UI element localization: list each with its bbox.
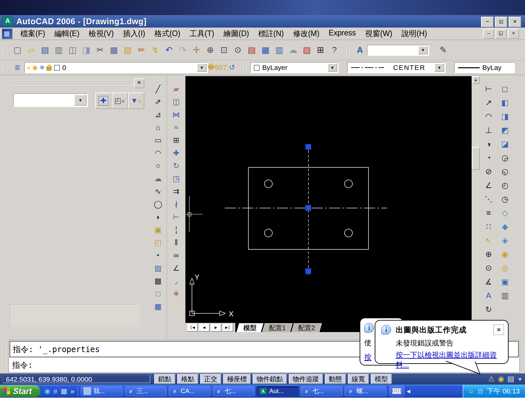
pan-icon[interactable]: ✛ [190,43,203,57]
3d-orbit-icon[interactable]: ◶ [498,152,512,164]
dim-jogged-icon[interactable]: ◔ [482,152,495,164]
lock-icon[interactable]: ◉ [498,375,504,383]
hatch-icon[interactable]: ▨ [152,262,164,274]
text-style-icon[interactable]: A [353,43,367,57]
ellipse-icon[interactable]: ◯ [152,198,164,210]
3d-view-2-icon[interactable]: ◨ [498,110,512,123]
break-icon[interactable]: ‖ [170,237,182,248]
task-ie-5[interactable]: 螺... [345,386,387,396]
dim-diameter-icon[interactable]: ⊘ [482,165,495,178]
scale-icon[interactable]: ◳ [170,173,182,184]
dim-text-edit-icon[interactable]: A [482,289,495,302]
dim-aligned-icon[interactable]: ↗ [482,96,495,109]
toolbar-grip[interactable] [484,77,494,81]
trim-icon[interactable]: ∤ [170,198,182,210]
tab-layout2[interactable]: 配置2 [291,323,322,332]
3d-box-view-icon[interactable]: ◧ [498,96,512,109]
chevron-down-icon[interactable]: ▼ [327,63,337,72]
status-toggle-button[interactable]: 極座標 [223,374,251,384]
polygon-icon[interactable]: ⌂ [152,121,164,133]
quick-select-button[interactable]: ▼↯ [128,93,144,109]
dim-baseline-icon[interactable]: ≡ [482,207,495,219]
toolbar-grip[interactable] [243,62,247,73]
chevron-down-icon[interactable]: ▼ [197,63,207,72]
command-prompt[interactable]: 指令: [10,360,32,370]
dim-linear-icon[interactable]: ⊢ [482,83,495,95]
dim-ordinate-icon[interactable]: ⊥ [482,124,495,136]
plot-notify-icon[interactable]: ⚠ [488,375,494,383]
lineweight-combo[interactable]: ByLay [454,62,515,73]
chevron-down-icon[interactable]: ▼ [418,46,428,54]
status-toggle-button[interactable]: 物件追蹤 [289,374,323,384]
3d-view-4-icon[interactable]: ◪ [498,138,512,150]
menu-item[interactable]: 視窗(W) [360,28,397,40]
sheet-set-manager-icon[interactable]: ▥ [272,43,286,57]
rotate-icon[interactable]: ↻ [170,160,182,172]
zoom-previous-icon[interactable]: ⊙ [231,43,245,57]
menu-item[interactable]: 工具(T) [185,28,219,40]
tray-network-icon[interactable]: ⊡ [478,388,483,395]
toolbar-grip[interactable] [153,77,164,81]
status-toggle-button[interactable]: 鎖點 [154,374,175,384]
polyline-icon[interactable]: ⊿ [152,109,164,120]
tray-user-icon[interactable]: ☺ [468,388,474,395]
center-mark-icon[interactable]: ⊙ [482,262,495,274]
mdi-restore-button[interactable]: ◱ [495,29,507,39]
rectangle-icon[interactable]: ▭ [152,134,164,146]
region-icon[interactable]: □ [152,288,164,300]
mdi-minimize-button[interactable]: – [483,29,494,39]
linetype-combo[interactable]: CENTER ▼ [347,62,446,73]
layer-lock-icon[interactable] [47,67,52,71]
status-toggle-button[interactable]: 物件鎖點 [253,374,287,384]
render-icon[interactable]: ▣ [498,276,512,288]
dim-radius-icon[interactable]: ◑ [482,138,495,150]
table-icon[interactable]: ▦ [152,301,164,312]
tab-nav-button[interactable]: ▶| [222,323,233,332]
layer-plot-icon[interactable]: ❋ [40,65,45,71]
mirror-icon[interactable]: ⋈ [170,109,182,120]
menu-item[interactable]: 修改(M) [288,28,324,40]
insert-block-icon[interactable]: ▣ [152,224,164,236]
close-button[interactable]: × [509,17,521,27]
designcenter-icon[interactable]: ▦ [259,43,272,57]
line-icon[interactable]: ╱ [152,83,164,95]
match-properties-icon[interactable]: ↯ [148,43,162,57]
task-ie-1[interactable]: 三... [125,386,167,396]
status-toggle-button[interactable]: 正交 [200,374,221,384]
palette-grab-bar[interactable] [9,80,135,86]
text-style-combo[interactable]: ▼ [367,45,429,56]
toolbar-grip[interactable] [4,44,8,57]
shade-hidden-icon[interactable]: ◈ [498,234,512,247]
quickcalc-icon[interactable]: ⊞ [314,43,327,57]
spline-icon[interactable]: ∿ [152,185,164,197]
camera-icon[interactable]: ◉ [498,248,512,261]
tray-collapse-icon[interactable]: ◀ [407,388,410,394]
new-file-icon[interactable]: ▢ [10,43,24,57]
copy-icon[interactable]: ▦ [107,43,121,57]
fillet-icon[interactable]: ◞ [170,275,182,287]
menu-item[interactable]: 說明(H) [397,28,432,40]
copy-object-icon[interactable]: ◫ [170,96,182,108]
publish-icon[interactable]: ◨ [79,43,93,57]
materials-icon[interactable]: ▥ [498,289,512,302]
shade-gouraud-icon[interactable]: ◆ [498,220,512,233]
quick-leader-icon[interactable]: ↖ [482,234,495,247]
pen-icon[interactable]: ✏ [135,43,148,57]
tab-nav-button[interactable]: |◀ [187,323,198,332]
drawing-file-icon[interactable] [2,29,12,39]
scrollbar-thumb[interactable] [472,147,480,170]
minimize-button[interactable]: – [481,17,494,27]
named-views-icon[interactable]: ◻ [498,83,512,95]
extend-icon[interactable]: ⊢ [170,211,182,223]
menu-item[interactable]: Express [324,28,360,40]
toolbar-grip[interactable] [500,77,510,81]
break-at-point-icon[interactable]: ¦ [170,224,182,236]
explode-icon[interactable]: ✳ [170,288,182,300]
task-autocad[interactable]: Aut... [257,386,299,396]
status-toggle-button[interactable]: 動態 [325,374,346,384]
dim-arc-length-icon[interactable]: ◠ [482,110,495,123]
layer-freeze-icon[interactable]: ◉ [32,65,38,71]
menu-item[interactable]: 標註(N) [254,28,288,40]
tab-layout1[interactable]: 配置1 [262,323,293,332]
select-objects-button[interactable]: ◰✕ [112,93,128,109]
